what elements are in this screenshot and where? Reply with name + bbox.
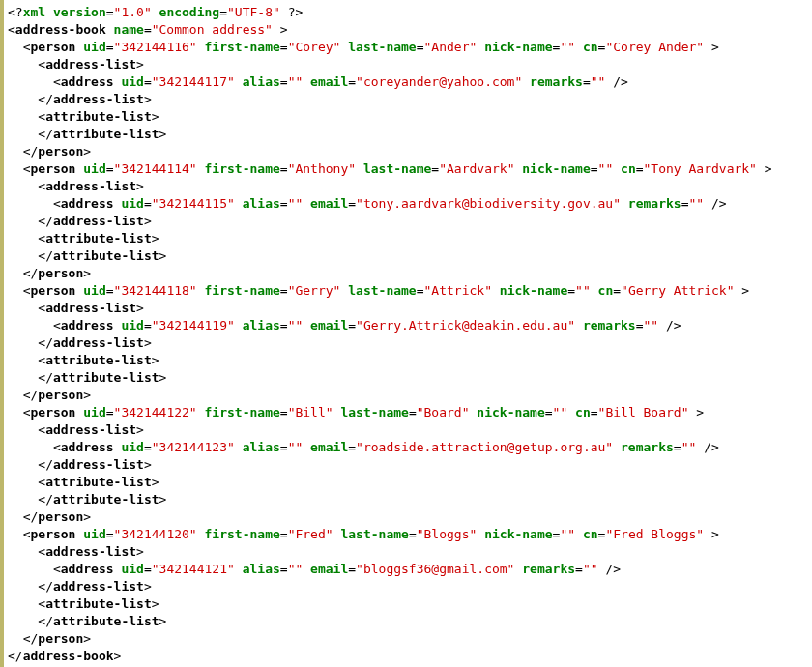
element-attribute-list-close: attribute-list (53, 492, 160, 507)
attr-alias-value: "" (288, 74, 304, 89)
attr-uid-name: uid (83, 283, 105, 298)
attr-cn-value: "Bill Board" (598, 405, 689, 420)
attr-uid-value: "342144120" (114, 527, 197, 541)
xml-source-view: <?xml version="1.0" encoding="UTF-8" ?> … (0, 0, 812, 667)
attr-last-name-value: "Attrick" (424, 283, 492, 298)
attr-remarks-value: "" (682, 440, 697, 454)
attr-email-value: "bloggsf36@gmail.com" (356, 562, 514, 576)
xml-decl-target: xml (23, 5, 45, 19)
attr-uid-value: "342144121" (152, 562, 235, 576)
attr-uid-name: uid (121, 74, 143, 89)
attr-nick-name-value: "" (553, 405, 568, 420)
attr-uid-name: uid (121, 440, 143, 454)
attr-remarks-name: remarks (621, 440, 674, 454)
attr-cn-value: "Corey Ander" (605, 40, 704, 54)
attr-uid-name: uid (83, 161, 105, 176)
attr-email-value: "coreyander@yahoo.com" (356, 74, 522, 89)
attr-uid-value: "342144118" (114, 283, 197, 298)
attr-email-name: email (310, 318, 348, 333)
attr-uid-value: "342144114" (114, 161, 197, 176)
attr-email-value: "tony.aardvark@biodiversity.gov.au" (356, 196, 621, 211)
attr-uid-name: uid (121, 196, 143, 211)
element-attribute-list: attribute-list (45, 231, 152, 246)
attr-alias-name: alias (243, 318, 280, 333)
attr-remarks-value: "" (688, 196, 704, 211)
attr-last-name-name: last-name (363, 161, 431, 176)
attr-uid-name: uid (121, 318, 143, 333)
element-person-close: person (38, 631, 83, 646)
attr-email-value: "Gerry.Attrick@deakin.edu.au" (356, 318, 575, 333)
attr-cn-name: cn (598, 283, 614, 298)
attr-first-name-value: "Anthony" (288, 161, 356, 176)
attr-uid-name: uid (83, 405, 105, 420)
element-address-list-close: address-list (53, 92, 144, 106)
attr-nick-name-name: nick-name (484, 527, 552, 541)
element-address-list-close: address-list (53, 457, 144, 472)
element-address-book-close: address-book (23, 649, 114, 663)
attr-last-name-value: "Ander" (424, 40, 478, 54)
element-attribute-list-close: attribute-list (53, 614, 160, 628)
attr-last-name-name: last-name (348, 40, 416, 54)
element-address: address (61, 562, 114, 576)
attr-uid-value: "342144115" (152, 196, 235, 211)
attr-email-name: email (310, 440, 348, 454)
element-attribute-list: attribute-list (45, 109, 152, 124)
attr-remarks-name: remarks (530, 74, 583, 89)
attr-nick-name-value: "" (575, 283, 591, 298)
element-person-close: person (38, 144, 83, 159)
element-attribute-list-close: attribute-list (53, 248, 160, 263)
element-address-list-close: address-list (53, 335, 144, 350)
attr-remarks-name: remarks (583, 318, 636, 333)
attr-uid-name: uid (83, 527, 105, 541)
attr-uid-name: uid (83, 40, 105, 54)
element-address-list-close: address-list (53, 214, 144, 228)
element-person: person (30, 527, 75, 541)
element-address: address (61, 196, 114, 211)
attr-email-value: "roadside.attraction@getup.org.au" (356, 440, 613, 454)
attr-alias-value: "" (288, 440, 304, 454)
attr-email-name: email (310, 74, 348, 89)
attr-last-name-name: last-name (348, 283, 416, 298)
element-address: address (61, 440, 114, 454)
element-address-list: address-list (45, 422, 136, 437)
attr-nick-name-name: nick-name (477, 405, 544, 420)
element-address-list-close: address-list (53, 579, 144, 594)
attr-uid-value: "342144119" (152, 318, 235, 333)
element-address-book: address-book (15, 22, 106, 37)
attr-nick-name-value: "" (598, 161, 614, 176)
element-attribute-list: attribute-list (45, 353, 152, 367)
attr-email-name: email (310, 562, 348, 576)
attr-uid-value: "342144117" (152, 74, 235, 89)
attr-first-name-name: first-name (205, 40, 280, 54)
attr-cn-name: cn (583, 40, 598, 54)
attr-alias-name: alias (243, 196, 280, 211)
attr-cn-value: "Fred Bloggs" (605, 527, 704, 541)
xml-decl-version-name: version (53, 5, 106, 19)
element-attribute-list-close: attribute-list (53, 127, 160, 141)
element-address-list: address-list (45, 544, 136, 559)
attr-alias-value: "" (288, 562, 304, 576)
attr-cn-name: cn (583, 527, 598, 541)
element-attribute-list-close: attribute-list (53, 370, 160, 385)
element-address-list: address-list (45, 301, 136, 315)
attr-name-name: name (114, 22, 144, 37)
attr-alias-value: "" (288, 318, 304, 333)
xml-decl-encoding-name: encoding (160, 5, 220, 19)
attr-uid-value: "342144116" (114, 40, 197, 54)
attr-nick-name-name: nick-name (484, 40, 552, 54)
attr-uid-name: uid (121, 562, 143, 576)
attr-remarks-name: remarks (628, 196, 682, 211)
attr-cn-name: cn (621, 161, 636, 176)
attr-alias-name: alias (243, 562, 280, 576)
attr-cn-name: cn (575, 405, 591, 420)
attr-alias-value: "" (288, 196, 304, 211)
attr-first-name-value: "Corey" (288, 40, 341, 54)
element-attribute-list: attribute-list (45, 475, 152, 489)
attr-nick-name-name: nick-name (522, 161, 590, 176)
element-person-close: person (38, 509, 83, 524)
element-person-close: person (38, 266, 83, 280)
element-person: person (30, 40, 75, 54)
attr-first-name-value: "Fred" (288, 527, 334, 541)
attr-last-name-value: "Aardvark" (439, 161, 514, 176)
attr-first-name-name: first-name (205, 527, 280, 541)
